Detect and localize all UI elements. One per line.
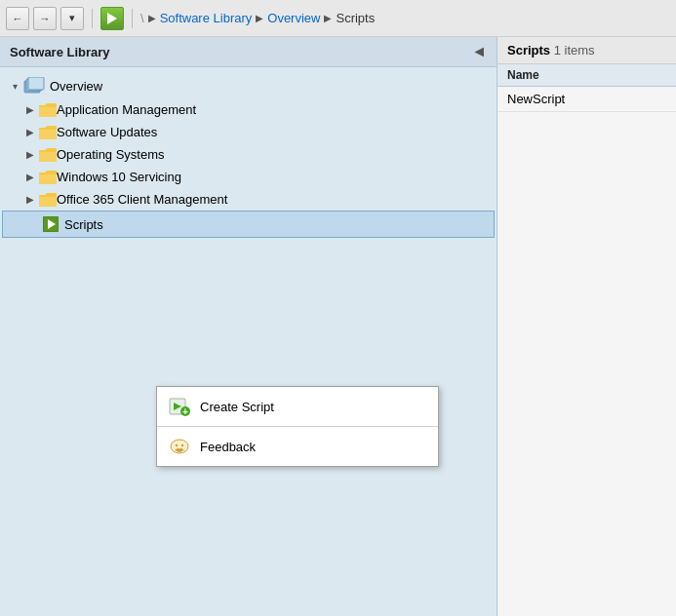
breadcrumb-arrow-2: ▶ [324, 13, 332, 23]
breadcrumb: \ ▶ Software Library ▶ Overview ▶ Script… [140, 11, 375, 25]
tree-item-operating-systems[interactable]: ▶ Operating Systems [0, 143, 497, 166]
overview-icon [23, 77, 45, 95]
right-panel-title: Scripts [507, 43, 550, 58]
tree-item-office365-label: Office 365 Client Management [57, 192, 227, 207]
svg-text:+: + [182, 406, 188, 417]
right-panel: Scripts 1 items Name NewScript [497, 37, 676, 616]
left-panel: Software Library ◄ ▾ Overview ▶ [0, 37, 497, 616]
left-panel-title: Software Library [10, 45, 110, 59]
context-menu-create-script-label: Create Script [200, 400, 274, 414]
tree-item-office365[interactable]: ▶ Office 365 Client Management [0, 188, 497, 211]
breadcrumb-arrow-1: ▶ [256, 13, 263, 23]
tree-item-overview[interactable]: ▾ Overview [0, 73, 497, 98]
tree-item-overview-label: Overview [50, 79, 102, 94]
play-icon [107, 13, 117, 24]
tree-item-scripts[interactable]: Scripts [2, 211, 495, 238]
tree-item-os-label: Operating Systems [57, 147, 165, 162]
breadcrumb-scripts: Scripts [336, 11, 375, 25]
back-button[interactable]: ← [6, 7, 29, 30]
tree-toggle-os[interactable]: ▶ [23, 148, 37, 162]
tree-item-win10[interactable]: ▶ Windows 10 Servicing [0, 166, 497, 188]
right-panel-header: Scripts 1 items [497, 37, 676, 64]
feedback-icon [169, 436, 190, 457]
tree-item-app-mgmt-label: Application Management [57, 102, 196, 117]
collapse-button[interactable]: ◄ [471, 43, 487, 60]
folder-icon-office365 [39, 193, 57, 207]
folder-icon-app-mgmt [39, 103, 57, 117]
breadcrumb-sep-1: ▶ [148, 13, 156, 23]
toolbar-separator-2 [132, 9, 133, 28]
tree-toggle-office365[interactable]: ▶ [23, 193, 37, 207]
breadcrumb-overview[interactable]: Overview [267, 11, 320, 25]
svg-rect-2 [28, 77, 44, 90]
tree-item-software-updates[interactable]: ▶ Software Updates [0, 121, 497, 143]
tree: ▾ Overview ▶ Application Management [0, 67, 497, 616]
main-layout: Software Library ◄ ▾ Overview ▶ [0, 37, 676, 616]
tree-item-scripts-label: Scripts [64, 217, 103, 232]
forward-button[interactable]: → [33, 7, 57, 30]
tree-item-application-management[interactable]: ▶ Application Management [0, 98, 497, 121]
dropdown-button[interactable]: ▾ [60, 7, 84, 30]
tree-item-sw-updates-label: Software Updates [57, 125, 157, 139]
folder-icon-os [39, 148, 57, 162]
folder-icon-win10 [39, 171, 57, 184]
tree-toggle-sw-updates[interactable]: ▶ [23, 126, 37, 139]
tree-item-win10-label: Windows 10 Servicing [57, 170, 181, 184]
left-panel-header: Software Library ◄ [0, 37, 497, 67]
toolbar: ← → ▾ \ ▶ Software Library ▶ Overview ▶ … [0, 0, 676, 37]
tree-toggle-overview[interactable]: ▾ [8, 79, 21, 93]
context-menu-feedback[interactable]: Feedback [157, 429, 438, 464]
toolbar-separator [92, 9, 93, 28]
tree-toggle-scripts [26, 217, 40, 231]
context-menu: + Create Script Feedback [156, 386, 439, 467]
context-menu-separator [157, 426, 438, 427]
breadcrumb-sep-root: \ [140, 11, 144, 25]
scripts-play-icon [42, 215, 60, 233]
svg-point-11 [181, 444, 183, 446]
run-button[interactable] [100, 7, 124, 30]
create-script-icon: + [169, 396, 190, 417]
folder-icon-sw-updates [39, 126, 57, 139]
table-column-name: Name [497, 64, 676, 87]
svg-point-10 [176, 444, 178, 446]
tree-toggle-win10[interactable]: ▶ [23, 171, 37, 184]
context-menu-feedback-label: Feedback [200, 440, 256, 454]
breadcrumb-software-library[interactable]: Software Library [160, 11, 253, 25]
table-row[interactable]: NewScript [497, 87, 676, 112]
tree-toggle-app-mgmt[interactable]: ▶ [23, 103, 37, 117]
right-panel-count: 1 items [554, 43, 595, 58]
context-menu-create-script[interactable]: + Create Script [157, 389, 438, 424]
